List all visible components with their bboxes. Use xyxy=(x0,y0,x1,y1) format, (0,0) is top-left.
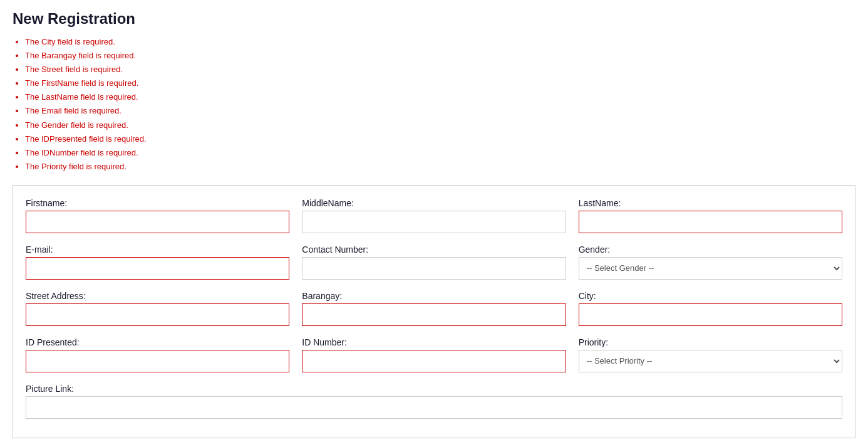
id-presented-group: ID Presented: xyxy=(26,337,289,372)
error-list: The City field is required. The Barangay… xyxy=(13,35,855,174)
id-presented-input[interactable] xyxy=(26,350,289,372)
city-label: City: xyxy=(579,291,842,301)
contact-input[interactable] xyxy=(302,257,566,280)
registration-form: Firstname: MiddleName: LastName: E-mail:… xyxy=(13,185,855,438)
gender-label: Gender: xyxy=(579,245,842,255)
street-input[interactable] xyxy=(26,303,289,326)
error-firstname: The FirstName field is required. xyxy=(25,76,855,90)
error-priority: The Priority field is required. xyxy=(25,160,855,174)
middlename-group: MiddleName: xyxy=(302,198,566,233)
street-label: Street Address: xyxy=(26,291,289,301)
lastname-group: LastName: xyxy=(579,198,842,233)
row-contact: E-mail: Contact Number: Gender: -- Selec… xyxy=(26,245,842,280)
error-email: The Email field is required. xyxy=(25,104,855,118)
picture-link-label: Picture Link: xyxy=(26,384,842,394)
error-barangay: The Barangay field is required. xyxy=(25,49,855,63)
error-gender: The Gender field is required. xyxy=(25,118,855,132)
middlename-input[interactable] xyxy=(302,211,566,233)
city-group: City: xyxy=(579,291,842,326)
error-city: The City field is required. xyxy=(25,35,855,49)
id-number-label: ID Number: xyxy=(302,337,566,347)
error-idnumber: The IDNumber field is required. xyxy=(25,146,855,160)
lastname-input[interactable] xyxy=(579,211,842,233)
contact-label: Contact Number: xyxy=(302,245,566,255)
priority-label: Priority: xyxy=(579,337,842,347)
row-name: Firstname: MiddleName: LastName: xyxy=(26,198,842,233)
firstname-input[interactable] xyxy=(26,211,289,233)
gender-select[interactable]: -- Select Gender -- Male Female xyxy=(579,257,842,280)
id-number-group: ID Number: xyxy=(302,337,566,372)
lastname-label: LastName: xyxy=(579,198,842,208)
id-number-input[interactable] xyxy=(302,350,566,372)
id-presented-label: ID Presented: xyxy=(26,337,289,347)
barangay-input[interactable] xyxy=(302,303,566,326)
error-idpresented: The IDPresented field is required. xyxy=(25,132,855,146)
city-input[interactable] xyxy=(579,303,842,326)
gender-group: Gender: -- Select Gender -- Male Female xyxy=(579,245,842,280)
barangay-label: Barangay: xyxy=(302,291,566,301)
middlename-label: MiddleName: xyxy=(302,198,566,208)
barangay-group: Barangay: xyxy=(302,291,566,326)
contact-group: Contact Number: xyxy=(302,245,566,280)
email-label: E-mail: xyxy=(26,245,289,255)
priority-group: Priority: -- Select Priority -- 1 2 3 xyxy=(579,337,842,372)
firstname-label: Firstname: xyxy=(26,198,289,208)
priority-select[interactable]: -- Select Priority -- 1 2 3 xyxy=(579,350,842,372)
email-group: E-mail: xyxy=(26,245,289,280)
error-lastname: The LastName field is required. xyxy=(25,90,855,104)
street-group: Street Address: xyxy=(26,291,289,326)
row-address: Street Address: Barangay: City: xyxy=(26,291,842,326)
email-input[interactable] xyxy=(26,257,289,280)
picture-link-group: Picture Link: xyxy=(26,384,842,419)
firstname-group: Firstname: xyxy=(26,198,289,233)
row-id: ID Presented: ID Number: Priority: -- Se… xyxy=(26,337,842,372)
page-title: New Registration xyxy=(13,10,855,28)
error-street: The Street field is required. xyxy=(25,63,855,76)
picture-link-input[interactable] xyxy=(26,396,842,419)
